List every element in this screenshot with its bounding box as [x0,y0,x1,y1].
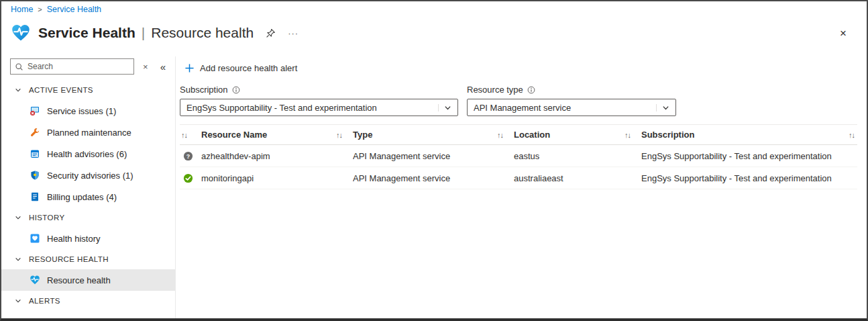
cell-subscription: EngSys Supportability - Test and experim… [641,173,857,183]
clear-search-icon[interactable]: × [143,62,148,71]
sidebar-item-billing-updates[interactable]: Billing updates (4) [1,186,175,208]
column-label: Type [353,130,372,140]
sidebar-item-label: Security advisories (1) [47,171,133,181]
table-row[interactable]: ?azhealthdev-apimAPI Management servicee… [180,145,857,167]
page-header: Home > Service Health Service Health | R… [1,1,867,46]
info-icon [527,86,535,94]
table-header: ↑↓Resource Name↑↓Type↑↓Location↑↓Subscri… [180,124,857,145]
sidebar-item-health-history[interactable]: Health history [1,228,175,249]
sidebar-item-resource-health[interactable]: Resource health [1,269,175,291]
page-title: Service Health [38,25,135,41]
cell-subscription: EngSys Supportability - Test and experim… [641,151,857,161]
column-label: Resource Name [201,130,267,140]
sidebar-item-label: Resource health [47,275,111,285]
sort-icon[interactable]: ↑↓ [336,131,342,139]
ellipsis-icon[interactable]: ··· [288,28,299,38]
search-icon [15,62,23,71]
cell-resource-name: azhealthdev-apim [201,151,353,161]
search-input[interactable] [28,62,129,71]
chevron-down-icon [15,214,21,221]
sidebar-section-history[interactable]: HISTORY [1,208,175,228]
resource-type-dropdown-value: API Management service [474,103,571,113]
resource-type-filter: Resource type API Management service [467,85,676,116]
sidebar-item-label: Service issues (1) [47,106,116,116]
pin-icon[interactable] [266,28,276,38]
subscription-filter: Subscription EngSys Supportability - Tes… [180,85,458,116]
cell-status: ? [180,151,201,161]
search-box [10,58,134,75]
title-separator: | [142,25,145,41]
sidebar: × « ACTIVE EVENTSService issues (1)Plann… [1,56,176,318]
breadcrumb: Home > Service Health [11,5,857,14]
close-icon[interactable]: × [840,28,847,39]
column-label: Subscription [641,130,694,140]
chevron-down-icon [15,297,21,304]
table-row[interactable]: monitoringapiAPI Management serviceaustr… [180,167,857,189]
cell-location: eastus [514,151,641,161]
security-advisories-icon [30,170,40,181]
resource-health-table: ↑↓Resource Name↑↓Type↑↓Location↑↓Subscri… [180,124,857,189]
column-header-location[interactable]: Location↑↓ [514,130,641,140]
sidebar-item-planned-maintenance[interactable]: Planned maintenance [1,122,175,143]
breadcrumb-separator-icon: > [38,5,42,13]
planned-maintenance-icon [30,127,40,138]
sidebar-nav: ACTIVE EVENTSService issues (1)Planned m… [1,80,175,311]
sort-icon[interactable]: ↑↓ [625,131,631,139]
sidebar-section-resource-health[interactable]: RESOURCE HEALTH [1,249,175,269]
status-unknown-icon: ? [183,151,193,161]
service-health-icon [11,23,31,43]
add-button-label: Add resource health alert [200,63,297,73]
sort-icon[interactable]: ↑↓ [849,131,855,139]
svg-text:?: ? [186,152,190,159]
cell-status [180,173,201,183]
filter-bar: Subscription EngSys Supportability - Tes… [180,85,857,116]
breadcrumb-home[interactable]: Home [11,5,33,14]
sort-icon[interactable]: ↑↓ [497,131,503,139]
title-row: Service Health | Resource health ··· × [11,20,857,46]
resource-type-dropdown[interactable]: API Management service [467,99,676,116]
sidebar-section-label: ACTIVE EVENTS [29,86,93,94]
breadcrumb-service-health[interactable]: Service Health [47,5,101,14]
info-icon [232,86,240,94]
sidebar-item-service-issues[interactable]: Service issues (1) [1,100,175,122]
subscription-dropdown[interactable]: EngSys Supportability - Test and experim… [180,99,458,116]
sidebar-search-row: × « [1,56,175,80]
resource-type-filter-label: Resource type [467,85,676,95]
sidebar-item-label: Planned maintenance [47,128,131,138]
filter-label-text: Subscription [180,85,228,95]
sort-icon[interactable]: ↑↓ [181,131,187,139]
page-body: × « ACTIVE EVENTSService issues (1)Plann… [1,56,867,318]
column-header-type[interactable]: Type↑↓ [353,130,514,140]
sidebar-item-health-advisories[interactable]: Health advisories (6) [1,143,175,165]
chevron-down-icon [15,87,21,93]
column-header-subscription[interactable]: Subscription↑↓ [641,130,857,140]
sidebar-section-alerts[interactable]: ALERTS [1,291,175,311]
service-issues-icon [30,105,40,116]
column-header-resource_name[interactable]: Resource Name↑↓ [201,130,353,140]
chevron-down-icon [15,256,21,263]
plus-icon [185,64,194,73]
status-available-icon [183,173,193,183]
main-content: Add resource health alert Subscription E… [176,56,867,318]
subscription-dropdown-value: EngSys Supportability - Test and experim… [186,103,377,113]
subscription-filter-label: Subscription [180,85,458,95]
page-subtitle: Resource health [151,25,254,41]
resource-health-icon [30,275,40,285]
billing-updates-icon [30,191,40,202]
chevron-down-icon [438,104,451,111]
health-history-icon [30,233,40,244]
health-advisories-icon [30,148,40,159]
filter-label-text: Resource type [467,85,523,95]
sidebar-section-label: HISTORY [29,214,65,222]
collapse-sidebar-icon[interactable]: « [160,62,166,72]
cell-resource-name: monitoringapi [201,173,353,183]
sidebar-item-label: Health history [47,234,100,244]
add-resource-health-alert-button[interactable]: Add resource health alert [185,63,297,73]
column-header-status[interactable]: ↑↓ [180,131,201,139]
service-health-window: Home > Service Health Service Health | R… [0,0,868,321]
sidebar-section-active-events[interactable]: ACTIVE EVENTS [1,80,175,100]
sidebar-section-label: RESOURCE HEALTH [29,255,109,263]
table-body: ?azhealthdev-apimAPI Management servicee… [180,145,857,189]
sidebar-item-label: Billing updates (4) [47,192,117,202]
sidebar-item-security-advisories[interactable]: Security advisories (1) [1,165,175,186]
